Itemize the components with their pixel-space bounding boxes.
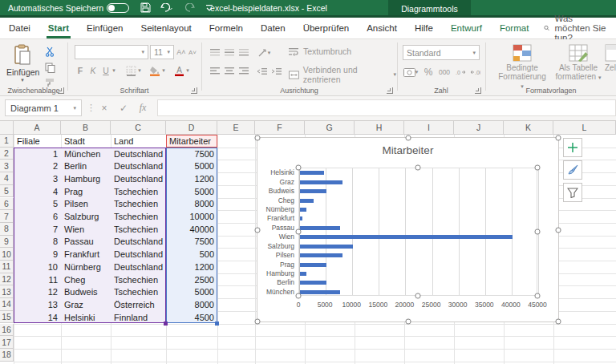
column-header-K[interactable]: K — [504, 121, 553, 135]
enter-icon[interactable]: ✓ — [116, 99, 132, 116]
row-header-10[interactable]: 10 — [0, 248, 14, 261]
grid-cell[interactable]: 5 — [14, 198, 61, 211]
clipboard-dialog-launcher[interactable] — [58, 87, 64, 94]
tab-ansicht[interactable]: Ansicht — [358, 18, 406, 38]
chart-bar-Prag[interactable] — [300, 263, 326, 267]
row-header-1[interactable]: 1 — [0, 135, 14, 148]
formula-input[interactable] — [157, 99, 616, 116]
grid-cell[interactable]: Tschechien — [111, 223, 166, 236]
row-header-15[interactable]: 15 — [0, 311, 14, 324]
grow-font-icon[interactable]: A˄ — [176, 45, 187, 59]
grid-cell[interactable]: Deutschland — [111, 160, 166, 172]
grid-cell[interactable]: Cheg — [61, 273, 111, 286]
copy-icon[interactable] — [42, 60, 58, 75]
grid-cell[interactable]: Frankfurt — [61, 248, 111, 261]
grid-cell[interactable]: Salzburg — [61, 210, 111, 223]
chart-resize-handle[interactable] — [255, 319, 261, 325]
grid-cell[interactable]: Pilsen — [61, 198, 111, 211]
tab-einfügen[interactable]: Einfügen — [78, 18, 132, 38]
row-header-13[interactable]: 13 — [0, 285, 14, 298]
cut-icon[interactable] — [42, 44, 58, 59]
increase-decimal-icon[interactable]: .0 — [454, 65, 467, 79]
chart-resize-handle[interactable] — [405, 319, 411, 325]
formula-bar-grip[interactable]: ⋮ — [87, 103, 95, 113]
grid-cell[interactable]: Nürnberg — [61, 261, 111, 273]
alignment-dialog-launcher[interactable] — [387, 87, 393, 94]
align-center-icon[interactable] — [221, 64, 237, 79]
row-header-11[interactable]: 11 — [0, 261, 14, 273]
column-header-D[interactable]: D — [166, 121, 217, 135]
tab-hilfe[interactable]: Hilfe — [406, 18, 442, 38]
plot-area-handle[interactable] — [296, 165, 302, 171]
grid-cell[interactable]: 2 — [14, 160, 61, 172]
grid-cell[interactable]: 10 — [14, 261, 61, 273]
row-header-9[interactable]: 9 — [0, 236, 14, 249]
grid-cell[interactable]: Deutschland — [111, 248, 166, 261]
grid-cell[interactable]: Passau — [61, 236, 111, 249]
grid-cell[interactable]: München — [61, 148, 111, 160]
grid-cell[interactable]: Finnland — [111, 311, 166, 324]
tell-me-search[interactable]: Was möchten Sie tun? — [537, 18, 616, 38]
grid-cell[interactable]: 1200 — [166, 172, 217, 185]
grid-cell[interactable]: 8000 — [166, 198, 217, 211]
plot-area-handle[interactable] — [415, 293, 421, 299]
chart-styles-button[interactable] — [563, 160, 582, 180]
row-header-12[interactable]: 12 — [0, 273, 14, 286]
chart-bar-Passau[interactable] — [300, 226, 340, 230]
grid-cell[interactable]: 7500 — [166, 236, 217, 249]
plot-area-handle[interactable] — [535, 229, 541, 235]
chart-bar-Nürnberg[interactable] — [300, 208, 306, 212]
chart-resize-handle[interactable] — [556, 227, 561, 233]
grid-cell[interactable]: Tschechien — [111, 285, 166, 298]
grid-cell[interactable]: 9 — [14, 248, 61, 261]
grid-cell[interactable]: Tschechien — [111, 198, 166, 211]
grid-cell[interactable]: 4500 — [166, 311, 217, 324]
italic-button[interactable]: K — [87, 63, 99, 78]
cell-header-Stadt[interactable]: Stadt — [61, 135, 111, 148]
row-header-5[interactable]: 5 — [0, 185, 14, 198]
grid-cell[interactable]: Tschechien — [111, 273, 166, 286]
chart-bar-Frankfurt[interactable] — [300, 216, 302, 220]
insert-function-icon[interactable]: fx — [135, 99, 151, 116]
tab-start[interactable]: Start — [39, 18, 78, 38]
chart-bar-Cheg[interactable] — [300, 199, 314, 203]
column-header-B[interactable]: B — [61, 121, 111, 135]
conditional-formatting-button[interactable]: Bedingte Formatierung ▾ — [497, 44, 547, 90]
align-right-icon[interactable] — [236, 64, 252, 79]
grid-cell[interactable]: Wien — [61, 223, 111, 236]
grid-cell[interactable]: 5000 — [166, 285, 217, 298]
merge-center-button[interactable]: Verbinden und zentrieren ▾ — [289, 65, 396, 84]
row-header-16[interactable]: 16 — [0, 324, 14, 337]
orientation-icon[interactable]: ▾ — [253, 46, 274, 60]
plot-area-handle[interactable] — [415, 165, 421, 171]
chart-elements-button[interactable] — [563, 138, 582, 157]
row-header-4[interactable]: 4 — [0, 172, 14, 185]
tab-datei[interactable]: Datei — [0, 18, 39, 38]
grid-cell[interactable]: 13 — [14, 298, 61, 311]
plot-area-handle[interactable] — [296, 293, 302, 299]
grid-cell[interactable]: Deutschland — [111, 236, 166, 249]
grid-cell[interactable]: Deutschland — [111, 261, 166, 273]
grid-cell[interactable]: 14 — [14, 311, 61, 324]
bold-button[interactable]: F — [75, 63, 86, 78]
chart-resize-handle[interactable] — [556, 319, 561, 325]
grid-cell[interactable]: Graz — [61, 298, 111, 311]
fill-color-caret[interactable]: ▾ — [160, 63, 168, 78]
chart-resize-handle[interactable] — [556, 135, 561, 141]
tab-überprüfen[interactable]: Überprüfen — [294, 18, 359, 38]
paste-button[interactable]: Einfügen ▾ — [6, 44, 38, 83]
chart-bar-Hamburg[interactable] — [300, 272, 306, 276]
row-header-18[interactable]: 18 — [0, 349, 14, 362]
column-header-C[interactable]: C — [111, 121, 166, 135]
wrap-text-button[interactable]: Textumbruch — [289, 47, 351, 56]
column-header-A[interactable]: A — [14, 121, 61, 135]
chart-resize-handle[interactable] — [255, 135, 261, 141]
grid-cell[interactable]: Deutschland — [111, 172, 166, 185]
cell-header-Land[interactable]: Land — [111, 135, 166, 148]
autosave-toggle[interactable] — [107, 0, 129, 15]
grid-cell[interactable]: 10000 — [166, 210, 217, 223]
grid-cell[interactable]: 500 — [166, 248, 217, 261]
column-header-L[interactable]: L — [553, 121, 616, 135]
grid-cell[interactable]: Tschechien — [111, 185, 166, 198]
font-size-combo[interactable]: 11▾ — [150, 45, 174, 59]
